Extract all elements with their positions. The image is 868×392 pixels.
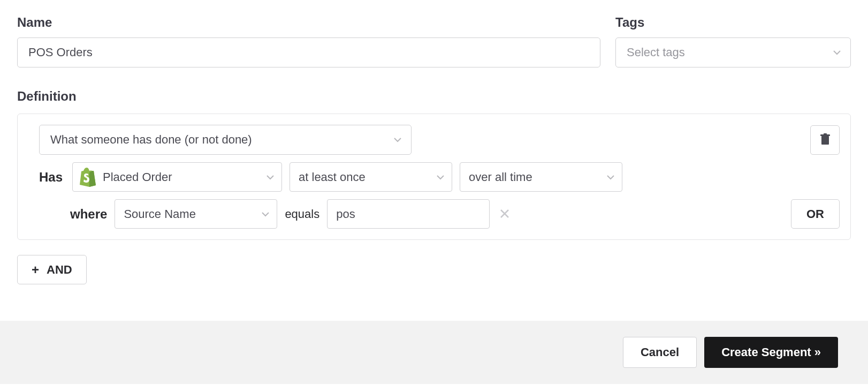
has-label: Has (39, 170, 63, 185)
plus-icon: + (32, 262, 39, 277)
chevron-down-icon (267, 175, 274, 180)
tags-label: Tags (615, 15, 851, 30)
create-segment-button[interactable]: Create Segment » (704, 337, 838, 368)
frequency-value: at least once (299, 170, 366, 184)
condition-type-value: What someone has done (or not done) (50, 133, 252, 147)
time-range-value: over all time (469, 170, 532, 184)
chevron-down-icon (437, 175, 444, 180)
shopify-icon (79, 168, 96, 187)
where-label: where (70, 207, 107, 222)
svg-rect-2 (824, 133, 827, 135)
operator-label: equals (285, 207, 319, 221)
time-range-select[interactable]: over all time (460, 162, 622, 192)
remove-filter-button[interactable] (497, 207, 512, 222)
chevron-down-icon (262, 212, 269, 217)
chevron-down-icon (394, 137, 401, 142)
and-button[interactable]: + AND (17, 255, 87, 284)
condition-type-select[interactable]: What someone has done (or not done) (39, 125, 412, 155)
property-select[interactable]: Source Name (115, 199, 277, 229)
event-select[interactable]: Placed Order (72, 162, 282, 192)
and-label: AND (47, 263, 72, 277)
frequency-select[interactable]: at least once (290, 162, 452, 192)
trash-icon (820, 133, 831, 147)
name-input[interactable] (17, 37, 600, 67)
name-label: Name (17, 15, 600, 30)
chevron-down-icon (607, 175, 614, 180)
svg-rect-0 (821, 136, 829, 145)
chevron-down-icon (833, 50, 841, 55)
close-icon (500, 207, 509, 222)
footer: Cancel Create Segment » (0, 321, 868, 384)
tags-placeholder: Select tags (627, 46, 685, 59)
filter-value-input[interactable] (327, 199, 490, 229)
property-value: Source Name (124, 207, 196, 221)
cancel-button[interactable]: Cancel (623, 337, 697, 368)
event-value: Placed Order (103, 170, 172, 184)
tags-select[interactable]: Select tags (615, 37, 851, 67)
condition-card: What someone has done (or not done) Has … (17, 114, 851, 240)
delete-condition-button[interactable] (810, 125, 840, 155)
or-button[interactable]: OR (791, 199, 840, 229)
definition-label: Definition (17, 89, 851, 104)
